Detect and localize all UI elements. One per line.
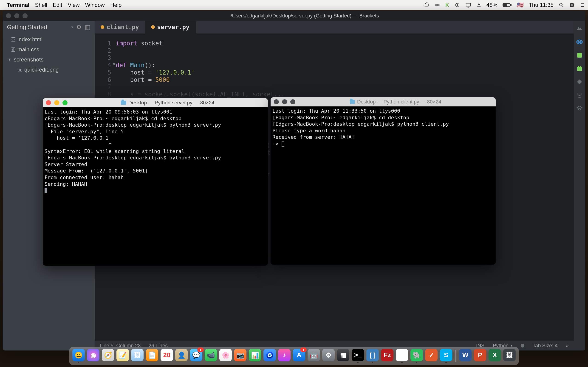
eye-icon[interactable] (576, 38, 583, 46)
siri-status-icon[interactable] (569, 2, 575, 8)
tab-server-py[interactable]: server.py (145, 21, 196, 33)
sidebar-folder-screenshots[interactable]: ▼screenshots (3, 55, 95, 65)
dock-app-itunes[interactable]: ♪ (278, 349, 291, 361)
status-eject-icon[interactable] (476, 2, 481, 8)
dock-app-missioncontrol[interactable]: ▦ (337, 349, 349, 361)
battery-icon[interactable] (502, 3, 512, 7)
menubar-app-name[interactable]: Terminal (7, 2, 29, 8)
minimize-button[interactable] (282, 99, 287, 104)
dock-app-safari[interactable]: 🧭 (102, 349, 114, 361)
dock-app-photobooth[interactable]: 📷 (234, 349, 246, 361)
svg-point-8 (560, 3, 562, 6)
split-view-icon[interactable]: ▥ (85, 24, 90, 31)
dock-item-screenshot[interactable]: 🖼 (503, 349, 516, 361)
terminal-output[interactable]: Last login: Thu Apr 20 09:58:03 on ttys0… (43, 107, 268, 266)
dock-app-terminal[interactable]: >_ (352, 349, 364, 361)
svg-rect-12 (577, 53, 582, 58)
extract-icon[interactable] (576, 91, 583, 99)
menubar-clock[interactable]: Thu 11:35 (529, 2, 553, 8)
dock-app-photos[interactable]: 🌸 (219, 349, 232, 361)
dock-app-siri[interactable]: ◉ (87, 349, 99, 361)
sidebar-project-header[interactable]: Getting Started ▾ ⚙ ▥ (3, 21, 95, 33)
dock-app-pages[interactable]: 📄 (146, 349, 158, 361)
terminal-titlebar[interactable]: Desktop — Python server.py — 80×24 (43, 98, 268, 107)
dock-app-keynote[interactable]: 🧿 (263, 349, 276, 361)
gift-icon[interactable] (576, 65, 583, 73)
status-k-icon[interactable]: K (445, 2, 449, 8)
status-tabsize[interactable]: Tab Size: 4 (533, 343, 558, 349)
minimize-button[interactable] (14, 13, 19, 18)
status-cc-icon[interactable] (434, 2, 440, 8)
dock-app-skype[interactable]: S (440, 349, 452, 361)
svg-rect-7 (503, 4, 506, 6)
dock-app-wunderlist[interactable]: ✓ (425, 349, 438, 361)
tab-client-py[interactable]: client.py (95, 21, 145, 33)
battery-percent[interactable]: 48% (486, 2, 498, 8)
dock-item-powerpoint[interactable]: P (474, 349, 486, 361)
terminal-title: Desktop — Python client.py — 80×24 (357, 99, 441, 105)
close-button[interactable] (46, 100, 51, 105)
live-preview-icon[interactable] (576, 25, 583, 33)
layers-icon[interactable] (576, 105, 583, 112)
dock-item-word[interactable]: W (459, 349, 472, 361)
dock-app-finder[interactable]: 😀 (72, 349, 85, 361)
terminal-titlebar[interactable]: Desktop — Python client.py — 80×24 (271, 97, 496, 106)
dock-app-numbers[interactable]: 📊 (249, 349, 261, 361)
dock-app-calendar[interactable]: 20 (161, 349, 173, 361)
zoom-button[interactable] (62, 100, 68, 105)
notification-center-icon[interactable] (580, 2, 585, 8)
menu-window[interactable]: Window (85, 2, 105, 8)
terminal-title: Desktop — Python server.py — 80×24 (128, 100, 215, 106)
menu-view[interactable]: View (68, 2, 80, 8)
dock-app-contacts[interactable]: 👤 (175, 349, 188, 361)
dirty-dot-icon (151, 25, 155, 29)
dock-app-chrome[interactable]: ◉ (396, 349, 408, 361)
terminal-window-client[interactable]: Desktop — Python client.py — 80×24 Last … (271, 97, 496, 265)
status-lint-indicator[interactable] (521, 344, 524, 348)
dock-app-filezilla[interactable]: Fz (381, 349, 393, 361)
status-display-icon[interactable] (465, 2, 471, 8)
menu-shell[interactable]: Shell (35, 2, 47, 8)
sidebar-file-quickedit[interactable]: ▣quick-edit.png (3, 65, 95, 75)
dock-app-preview[interactable]: 🖼 (131, 349, 144, 361)
extension-icon[interactable] (576, 51, 583, 59)
svg-point-2 (456, 3, 459, 7)
diamond-icon[interactable] (576, 78, 583, 86)
menu-edit[interactable]: Edit (53, 2, 62, 8)
svg-rect-6 (510, 4, 511, 6)
terminal-window-server[interactable]: Desktop — Python server.py — 80×24 Last … (43, 98, 268, 266)
svg-point-3 (457, 5, 458, 6)
dock-app-notes[interactable]: 📝 (116, 349, 129, 361)
terminal-output[interactable]: Last login: Thu Apr 20 11:33:50 on ttys0… (271, 106, 496, 265)
dock-app-systemprefs[interactable]: ⚙ (322, 349, 335, 361)
status-cloud-icon[interactable] (423, 2, 429, 8)
status-more-icon[interactable]: » (566, 343, 569, 349)
dock-app-brackets[interactable]: [ ] (366, 349, 379, 361)
sidebar-file-main-css[interactable]: {}main.css (3, 44, 95, 55)
flag-icon[interactable]: 🇺🇸 (517, 2, 524, 8)
dock-item-excel[interactable]: X (489, 349, 501, 361)
close-button[interactable] (274, 99, 279, 104)
folder-icon (121, 101, 126, 105)
project-dropdown-icon[interactable]: ▾ (71, 25, 73, 29)
status-eye-icon[interactable] (454, 2, 460, 8)
zoom-button[interactable] (290, 99, 295, 104)
dock-app-messages[interactable]: 💬 (190, 349, 202, 361)
sidebar-file-tree: <>index.html {}main.css ▼screenshots ▣qu… (3, 33, 95, 76)
brackets-titlebar[interactable]: /Users/edgarkiljak/Desktop/server.py (Ge… (3, 11, 585, 21)
minimize-button[interactable] (54, 100, 59, 105)
sidebar-file-index[interactable]: <>index.html (3, 34, 95, 44)
svg-rect-4 (466, 3, 471, 6)
dock-app-facetime[interactable]: 📹 (205, 349, 217, 361)
dock-app-automator[interactable]: 🤖 (308, 349, 320, 361)
menu-help[interactable]: Help (110, 2, 121, 8)
close-button[interactable] (6, 13, 11, 18)
settings-gear-icon[interactable]: ⚙ (76, 24, 82, 31)
brackets-window-title: /Users/edgarkiljak/Desktop/server.py (Ge… (27, 13, 582, 19)
zoom-button[interactable] (23, 13, 27, 18)
dock-app-appstore[interactable]: A (293, 349, 305, 361)
dock-app-evernote[interactable]: 🐘 (410, 349, 423, 361)
spotlight-icon[interactable] (559, 2, 564, 8)
window-traffic-lights (6, 13, 27, 18)
folder-icon (350, 100, 355, 104)
